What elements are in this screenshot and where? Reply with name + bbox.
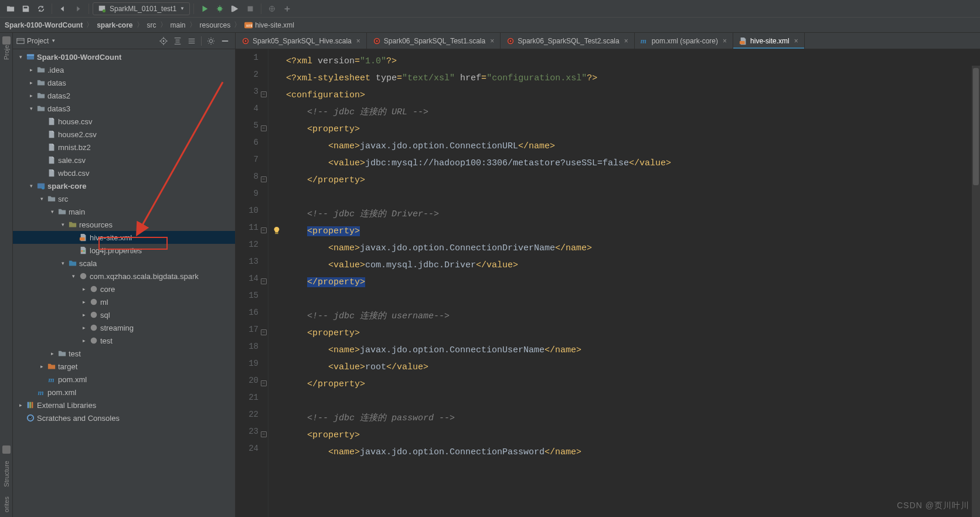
code-text[interactable]: <?xml version="1.0"?><?xml-stylesheet ty…: [268, 49, 980, 517]
tree-arrow-icon[interactable]: [49, 209, 55, 215]
code-line[interactable]: <value>jdbc:mysql://hadoop100:3306/metas…: [286, 155, 980, 172]
tree-node[interactable]: core: [13, 283, 235, 295]
close-icon[interactable]: ×: [723, 37, 727, 45]
tree-node[interactable]: datas2: [13, 89, 235, 102]
breadcrumb-item[interactable]: Spark-0100-WordCount: [5, 21, 83, 29]
tree-arrow-icon[interactable]: [81, 312, 87, 318]
editor-tab[interactable]: Spark06_SparkSQL_Test2.scala×: [501, 33, 634, 49]
tree-arrow-icon[interactable]: [28, 183, 34, 189]
editor-gutter[interactable]: 123−45−678−91011−121314−151617−181920−21…: [236, 49, 268, 517]
structure-tool-icon[interactable]: [2, 445, 11, 454]
locate-icon[interactable]: [157, 35, 170, 47]
git-icon[interactable]: [265, 2, 279, 16]
tree-arrow-icon[interactable]: [39, 363, 45, 369]
close-icon[interactable]: ×: [490, 37, 494, 45]
code-line[interactable]: [286, 393, 980, 410]
stop-icon[interactable]: [243, 2, 257, 16]
line-number[interactable]: 16: [236, 308, 268, 325]
code-line[interactable]: <property>: [286, 121, 980, 138]
tree-node[interactable]: house.csv: [13, 115, 235, 128]
line-number[interactable]: 4: [236, 104, 268, 121]
tree-arrow-icon[interactable]: [60, 260, 66, 266]
code-line[interactable]: <!-- jdbc 连接的 URL -->: [286, 104, 980, 121]
close-icon[interactable]: ×: [356, 37, 360, 45]
line-number[interactable]: 22: [236, 410, 268, 427]
tree-arrow-icon[interactable]: [28, 93, 34, 98]
tree-node[interactable]: Spark-0100-WordCount: [13, 50, 235, 63]
project-view-selector[interactable]: Project ▼: [16, 37, 56, 45]
breadcrumb-item[interactable]: resources: [200, 21, 231, 29]
intention-bulb-icon[interactable]: [273, 226, 281, 237]
tree-arrow-icon[interactable]: [70, 273, 76, 279]
save-icon[interactable]: [19, 2, 33, 16]
code-line[interactable]: <!-- jdbc 连接的 Driver-->: [286, 206, 980, 223]
fold-icon[interactable]: −: [261, 91, 267, 97]
code-line[interactable]: <name>javax.jdo.option.ConnectionPasswor…: [286, 444, 980, 461]
line-number[interactable]: 17−: [236, 325, 268, 342]
fold-icon[interactable]: −: [261, 431, 267, 437]
line-number[interactable]: 3−: [236, 87, 268, 104]
tree-node[interactable]: resources: [13, 218, 235, 231]
fold-icon[interactable]: −: [261, 176, 267, 182]
close-icon[interactable]: ×: [624, 37, 628, 45]
tree-arrow-icon[interactable]: [18, 402, 23, 408]
code-line[interactable]: <name>javax.jdo.option.ConnectionUserNam…: [286, 342, 980, 359]
forward-icon[interactable]: [71, 2, 85, 16]
editor-tab[interactable]: mpom.xml (spark-core)×: [635, 33, 733, 49]
structure-tool-button[interactable]: Structure: [3, 458, 10, 489]
tree-arrow-icon[interactable]: [60, 222, 66, 227]
tree-node[interactable]: streaming: [13, 321, 235, 334]
breadcrumb-item[interactable]: xml hive-site.xml: [244, 21, 294, 29]
line-number[interactable]: 12: [236, 240, 268, 257]
tree-node[interactable]: ml: [13, 295, 235, 308]
code-line[interactable]: [286, 189, 980, 206]
line-number[interactable]: 11−: [236, 223, 268, 240]
line-number[interactable]: 5−: [236, 121, 268, 138]
code-line[interactable]: <configuration>: [286, 87, 980, 104]
tree-node[interactable]: mpom.xml: [13, 386, 235, 399]
tree-node[interactable]: sale.csv: [13, 154, 235, 166]
fold-icon[interactable]: −: [261, 380, 267, 386]
tree-node[interactable]: Scratches and Consoles: [13, 411, 235, 424]
tree-node[interactable]: com.xqzhao.scala.bigdata.spark: [13, 270, 235, 283]
run-config-selector[interactable]: SparkML_0101_test1 ▼: [93, 2, 190, 15]
tree-arrow-icon[interactable]: [39, 196, 45, 202]
editor-scrollbar[interactable]: [972, 66, 980, 517]
tree-node[interactable]: main: [13, 205, 235, 218]
line-number[interactable]: 15: [236, 291, 268, 308]
code-line[interactable]: <value>com.mysql.jdbc.Driver</value>: [286, 257, 980, 274]
tree-arrow-icon[interactable]: [28, 106, 34, 111]
tree-node[interactable]: External Libraries: [13, 399, 235, 411]
back-icon[interactable]: [56, 2, 70, 16]
tree-node[interactable]: test: [13, 347, 235, 360]
fold-icon[interactable]: −: [261, 329, 267, 335]
line-number[interactable]: 6: [236, 138, 268, 155]
fold-icon[interactable]: −: [261, 125, 267, 131]
tree-node[interactable]: wbcd.csv: [13, 166, 235, 179]
open-icon[interactable]: [4, 2, 18, 16]
line-number[interactable]: 19: [236, 359, 268, 376]
tree-node[interactable]: mnist.bz2: [13, 141, 235, 154]
add-icon[interactable]: [280, 2, 294, 16]
code-line[interactable]: <property>: [286, 325, 980, 342]
tree-arrow-icon[interactable]: [28, 80, 34, 86]
code-line[interactable]: <!-- jdbc 连接的 username-->: [286, 308, 980, 325]
line-number[interactable]: 8−: [236, 172, 268, 189]
debug-icon[interactable]: [213, 2, 227, 16]
code-line[interactable]: <!-- jdbc 连接的 password -->: [286, 410, 980, 427]
line-number[interactable]: 9: [236, 189, 268, 206]
code-line[interactable]: </property>: [286, 274, 980, 291]
code-line[interactable]: <name>javax.jdo.option.ConnectionURL</na…: [286, 138, 980, 155]
code-line[interactable]: <property>: [286, 427, 980, 444]
tree-node[interactable]: datas: [13, 76, 235, 89]
line-number[interactable]: 14−: [236, 274, 268, 291]
tree-node[interactable]: datas3: [13, 102, 235, 115]
breadcrumb-item[interactable]: src: [147, 21, 156, 29]
hide-icon[interactable]: [219, 35, 232, 47]
tree-node[interactable]: src: [13, 192, 235, 205]
tree-arrow-icon[interactable]: [81, 286, 87, 292]
tree-arrow-icon[interactable]: [18, 54, 23, 60]
fold-icon[interactable]: −: [261, 278, 267, 284]
line-number[interactable]: 18: [236, 342, 268, 359]
tree-arrow-icon[interactable]: [81, 325, 87, 331]
